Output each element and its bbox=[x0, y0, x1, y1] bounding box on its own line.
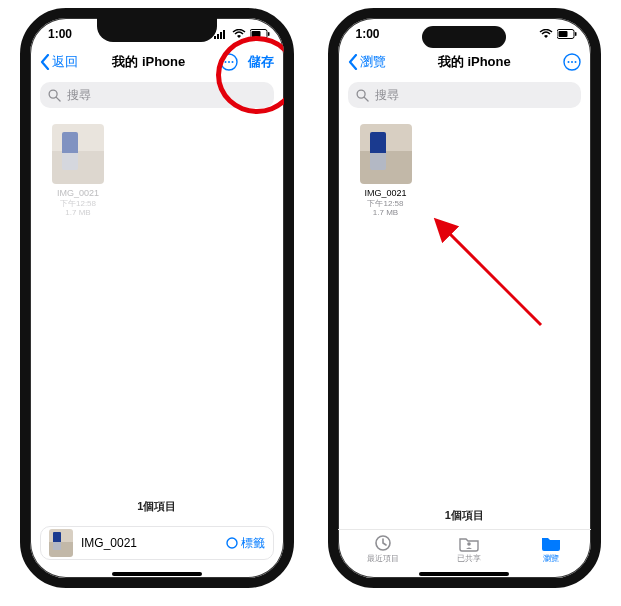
tab-label: 瀏覽 bbox=[543, 553, 559, 564]
clock: 1:00 bbox=[356, 27, 380, 41]
svg-point-24 bbox=[467, 542, 471, 546]
svg-rect-3 bbox=[223, 30, 225, 39]
folder-icon bbox=[540, 534, 562, 552]
item-count: 1個項目 bbox=[30, 493, 284, 520]
svg-rect-16 bbox=[559, 31, 568, 37]
svg-point-13 bbox=[227, 538, 237, 548]
red-circle-annotation bbox=[216, 36, 294, 114]
file-item[interactable]: IMG_0021 下午12:58 1.7 MB bbox=[354, 124, 418, 218]
tag-icon bbox=[226, 537, 238, 549]
action-bar: IMG_0021 標籤 bbox=[40, 526, 274, 560]
tab-shared[interactable]: 已共享 bbox=[457, 534, 481, 564]
file-size: 1.7 MB bbox=[354, 208, 418, 218]
dynamic-island bbox=[422, 26, 506, 48]
file-name: IMG_0021 bbox=[354, 188, 418, 199]
svg-rect-0 bbox=[214, 36, 216, 39]
folder-person-icon bbox=[458, 534, 480, 552]
page-title: 我的 iPhone bbox=[78, 53, 220, 71]
file-thumbnail bbox=[360, 124, 412, 184]
wifi-icon bbox=[539, 29, 553, 39]
tag-label: 標籤 bbox=[241, 535, 265, 552]
right-phone: 1:00 瀏覽 我的 iPhone 搜尋 bbox=[328, 8, 602, 588]
file-name: IMG_0021 bbox=[46, 188, 110, 199]
nav-bar: 瀏覽 我的 iPhone bbox=[338, 46, 592, 78]
svg-point-18 bbox=[568, 61, 570, 63]
svg-point-20 bbox=[575, 61, 577, 63]
page-title: 我的 iPhone bbox=[386, 53, 564, 71]
back-label: 瀏覽 bbox=[360, 53, 386, 71]
chevron-left-icon bbox=[348, 54, 358, 70]
notch bbox=[97, 18, 217, 42]
file-time: 下午12:58 bbox=[354, 199, 418, 209]
back-label: 返回 bbox=[52, 53, 78, 71]
left-phone: 1:00 返回 我的 iPhone 儲存 bbox=[20, 8, 294, 588]
chevron-left-icon bbox=[40, 54, 50, 70]
tab-browse[interactable]: 瀏覽 bbox=[540, 534, 562, 564]
svg-rect-15 bbox=[575, 32, 577, 36]
clock: 1:00 bbox=[48, 27, 72, 41]
search-placeholder: 搜尋 bbox=[67, 87, 91, 104]
back-button[interactable]: 返回 bbox=[40, 53, 78, 71]
tag-button[interactable]: 標籤 bbox=[226, 535, 265, 552]
search-icon bbox=[356, 89, 369, 102]
tab-label: 最近項目 bbox=[367, 553, 399, 564]
item-count: 1個項目 bbox=[338, 502, 592, 529]
action-filename: IMG_0021 bbox=[81, 536, 218, 550]
file-size: 1.7 MB bbox=[46, 208, 110, 218]
home-indicator[interactable] bbox=[419, 572, 509, 576]
svg-line-12 bbox=[56, 97, 60, 101]
search-field[interactable]: 搜尋 bbox=[348, 82, 582, 108]
file-item[interactable]: IMG_0021 下午12:58 1.7 MB bbox=[46, 124, 110, 218]
svg-rect-1 bbox=[217, 34, 219, 39]
tab-label: 已共享 bbox=[457, 553, 481, 564]
tab-recents[interactable]: 最近項目 bbox=[367, 534, 399, 564]
home-indicator[interactable] bbox=[112, 572, 202, 576]
file-thumbnail bbox=[52, 124, 104, 184]
svg-rect-5 bbox=[268, 32, 270, 36]
battery-icon bbox=[557, 29, 577, 39]
back-button[interactable]: 瀏覽 bbox=[348, 53, 386, 71]
action-thumbnail bbox=[49, 529, 73, 557]
svg-rect-2 bbox=[220, 32, 222, 39]
more-icon[interactable] bbox=[563, 53, 581, 71]
clock-icon bbox=[372, 534, 394, 552]
file-time: 下午12:58 bbox=[46, 199, 110, 209]
svg-line-22 bbox=[364, 97, 368, 101]
search-placeholder: 搜尋 bbox=[375, 87, 399, 104]
svg-point-19 bbox=[571, 61, 573, 63]
tab-bar: 最近項目 已共享 瀏覽 bbox=[338, 529, 592, 568]
search-icon bbox=[48, 89, 61, 102]
